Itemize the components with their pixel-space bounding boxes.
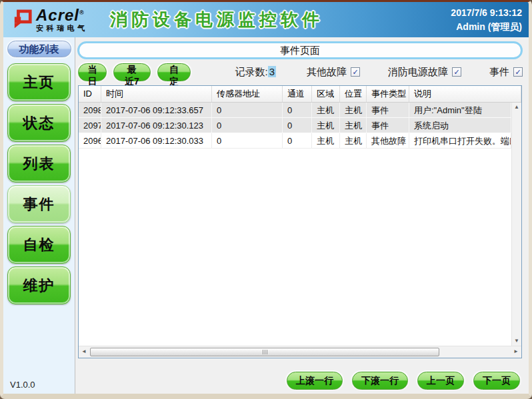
- column-header-1: 时间: [101, 86, 212, 102]
- event-checkbox[interactable]: ✓: [513, 67, 523, 77]
- table-cell: 0: [212, 133, 283, 148]
- sidebar-item-status[interactable]: 状态: [7, 104, 71, 142]
- column-header-2: 传感器地址: [212, 86, 283, 102]
- scroll-left-icon[interactable]: ◄: [81, 349, 87, 354]
- check-icon: ✓: [352, 68, 358, 77]
- main-panel: 事件页面 当日最近7天自定义 记录数:3 其他故障✓消防电源故障✓事件✓ ID时…: [75, 37, 529, 394]
- date-button-custom[interactable]: 自定义: [157, 63, 191, 81]
- app-window: Acrel® 安科瑞电气 消防设备电源监控软件 2017/7/6 9:13:12…: [0, 0, 532, 399]
- column-header-0: ID: [79, 86, 101, 102]
- table-cell: 0: [283, 118, 312, 133]
- record-count: 记录数:3: [235, 66, 276, 79]
- check-icon: ✓: [515, 68, 521, 77]
- table-cell: 0: [212, 118, 283, 133]
- check-icon: ✓: [453, 68, 459, 77]
- date-button-today[interactable]: 当日: [78, 63, 107, 81]
- filter-event-label: 事件: [489, 66, 509, 79]
- page-title-text: 事件页面: [280, 45, 320, 56]
- scroll-right-icon[interactable]: ►: [513, 349, 519, 354]
- table-cell: 2098: [79, 103, 101, 117]
- sidebar-item-home[interactable]: 主页: [7, 63, 71, 101]
- datetime-label: 2017/7/6 9:13:12: [451, 6, 522, 20]
- table-cell: 0: [283, 133, 312, 148]
- version-label: V1.0.0: [10, 380, 35, 390]
- fire-power-fault-checkbox[interactable]: ✓: [452, 67, 461, 77]
- filter-fire-power-fault: 消防电源故障✓: [388, 66, 461, 79]
- scroll-up-icon[interactable]: ▲: [514, 105, 519, 110]
- table-rows: 20982017-07-06 09:12:33.65700主机主机事件用户:"A…: [79, 103, 511, 346]
- horizontal-scrollbar-thumb[interactable]: [90, 348, 439, 356]
- prev-page-button[interactable]: 上一页: [417, 372, 464, 390]
- table-cell: 0: [283, 103, 312, 117]
- sidebar-item-events[interactable]: 事件: [7, 185, 71, 223]
- table-cell: 用户:"Admin"登陆: [409, 103, 511, 117]
- app-body: 功能列表 主页状态列表事件自检维护 V1.0.0 事件页面 当日最近7天自定义 …: [3, 37, 529, 394]
- table-cell: 主机: [312, 118, 340, 133]
- column-header-3: 通道: [283, 86, 312, 102]
- scrollbar-grip: [267, 350, 267, 354]
- table-cell: 打印机串口打开失败。端口 "C: [409, 133, 511, 148]
- acrel-logo-icon: [13, 9, 33, 31]
- table-cell: 主机: [312, 133, 340, 148]
- scroll-down-row-button[interactable]: 下滚一行: [352, 372, 408, 390]
- table-cell: 主机: [340, 103, 367, 117]
- table-cell: 事件: [367, 118, 409, 133]
- table-row[interactable]: 20982017-07-06 09:12:33.65700主机主机事件用户:"A…: [79, 103, 511, 118]
- other-fault-checkbox[interactable]: ✓: [351, 67, 360, 77]
- scroll-up-row-button[interactable]: 上滚一行: [287, 372, 343, 390]
- sidebar-item-maintenance[interactable]: 维护: [7, 266, 71, 304]
- brand-name: Acrel®: [36, 7, 88, 23]
- vertical-scrollbar[interactable]: ▲ ▼: [511, 103, 521, 346]
- table-cell: 2017-07-06 09:12:30.033: [101, 133, 212, 148]
- table-cell: 2017-07-06 09:12:30.123: [101, 118, 212, 133]
- scroll-down-icon[interactable]: ▼: [514, 338, 519, 344]
- logo-text: Acrel® 安科瑞电气: [36, 7, 88, 32]
- record-count-label: 记录数:: [235, 66, 267, 77]
- pager-buttons: 上滚一行下滚一行上一页下一页: [287, 372, 520, 390]
- table-cell: 主机: [340, 118, 367, 133]
- filter-fire-power-fault-label: 消防电源故障: [388, 66, 448, 79]
- table-cell: 事件: [367, 103, 409, 117]
- current-user-label: Admin (管理员): [451, 20, 522, 34]
- table-cell: 2017-07-06 09:12:33.657: [101, 103, 212, 117]
- event-table: ID时间传感器地址通道区域位置事件类型说明 20982017-07-06 09:…: [78, 85, 522, 358]
- table-row[interactable]: 20972017-07-06 09:12:30.12300主机主机事件系统启动: [79, 118, 511, 133]
- table-cell: 0: [212, 103, 283, 117]
- app-header: Acrel® 安科瑞电气 消防设备电源监控软件 2017/7/6 9:13:12…: [3, 2, 529, 37]
- header-right: 2017/7/6 9:13:12 Admin (管理员): [451, 6, 529, 34]
- filter-row: 当日最近7天自定义 记录数:3 其他故障✓消防电源故障✓事件✓: [78, 63, 523, 81]
- table-cell: 主机: [312, 103, 340, 117]
- filter-other-fault-label: 其他故障: [307, 66, 347, 79]
- acrel-logo: Acrel® 安科瑞电气: [3, 7, 103, 32]
- filter-other-fault: 其他故障✓: [307, 66, 360, 79]
- table-cell: 主机: [340, 133, 367, 148]
- scrollbar-grip: [265, 350, 265, 354]
- horizontal-scrollbar[interactable]: ◄ ►: [79, 346, 521, 358]
- column-header-6: 事件类型: [367, 86, 409, 102]
- page-title: 事件页面: [77, 41, 523, 59]
- table-cell: 系统启动: [409, 118, 511, 133]
- filter-event: 事件✓: [489, 66, 523, 79]
- table-row[interactable]: 20962017-07-06 09:12:30.03300主机主机其他故障打印机…: [79, 133, 511, 149]
- column-header-4: 区域: [312, 86, 340, 102]
- table-body: 20982017-07-06 09:12:33.65700主机主机事件用户:"A…: [79, 103, 521, 346]
- column-header-5: 位置: [340, 86, 367, 102]
- table-cell: 其他故障: [367, 133, 409, 148]
- brand-subtitle: 安科瑞电气: [36, 25, 88, 32]
- table-cell: 2097: [79, 118, 101, 133]
- registered-mark: ®: [79, 9, 85, 16]
- date-filter-buttons: 当日最近7天自定义: [78, 63, 191, 81]
- table-header-row: ID时间传感器地址通道区域位置事件类型说明: [79, 86, 521, 103]
- column-header-7: 说明: [409, 86, 521, 102]
- sidebar: 功能列表 主页状态列表事件自检维护 V1.0.0: [3, 37, 75, 394]
- table-cell: 2096: [79, 133, 101, 148]
- sidebar-item-self-check[interactable]: 自检: [7, 226, 71, 264]
- next-page-button[interactable]: 下一页: [473, 372, 520, 390]
- record-count-value: 3: [268, 66, 276, 77]
- scrollbar-grip: [263, 350, 263, 354]
- filter-checkboxes: 其他故障✓消防电源故障✓事件✓: [307, 66, 523, 79]
- sidebar-header: 功能列表: [7, 41, 71, 57]
- date-button-last-7-days[interactable]: 最近7天: [113, 63, 150, 81]
- app-title: 消防设备电源监控软件: [110, 8, 323, 31]
- sidebar-item-list[interactable]: 列表: [7, 145, 71, 183]
